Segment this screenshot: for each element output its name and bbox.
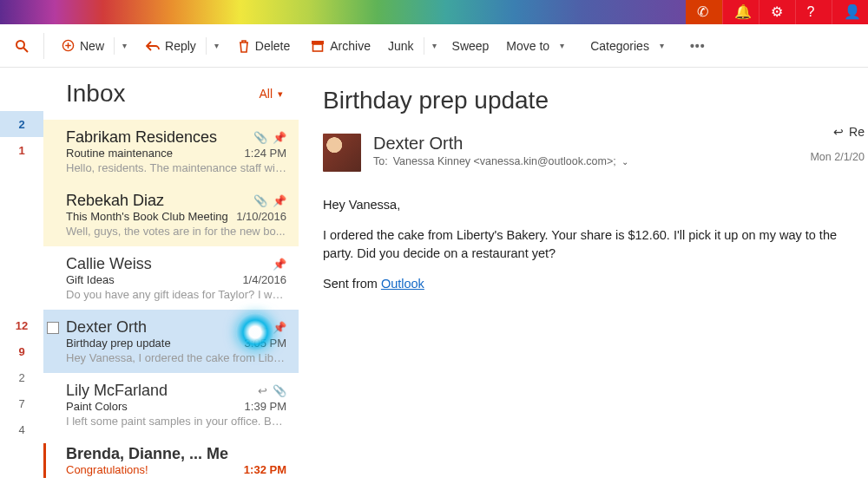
account-icon[interactable]: 👤 bbox=[832, 0, 868, 24]
message-item[interactable]: Callie Weiss 📌 Gift Ideas 1/4/2016 Do yo… bbox=[43, 246, 299, 310]
junk-button[interactable]: Junk bbox=[381, 34, 421, 58]
message-from: Dexter Orth bbox=[66, 318, 256, 337]
new-label: New bbox=[80, 39, 104, 53]
sender-avatar[interactable] bbox=[323, 134, 361, 172]
message-from: Brenda, Dianne, ... Me bbox=[66, 445, 286, 463]
new-button[interactable]: New bbox=[55, 34, 111, 58]
importance-bar bbox=[43, 443, 46, 478]
trash-icon bbox=[238, 39, 250, 53]
pin-icon[interactable]: 📌 bbox=[273, 321, 286, 334]
filter-dropdown[interactable]: All ▾ bbox=[259, 87, 283, 101]
message-subject: Gift Ideas bbox=[66, 273, 242, 286]
gutter-count[interactable]: 1 bbox=[0, 137, 43, 163]
archive-button[interactable]: Archive bbox=[304, 34, 378, 58]
message-subject: Routine maintenance bbox=[66, 147, 245, 160]
reply-shortcut[interactable]: ↩ Re bbox=[833, 125, 868, 139]
message-date: 1:39 PM bbox=[245, 400, 286, 413]
sender-name: Dexter Orth bbox=[373, 134, 868, 154]
reply-button[interactable]: Reply bbox=[139, 34, 203, 58]
message-subject: Paint Colors bbox=[66, 400, 245, 413]
message-preview: I left some paint samples in your office… bbox=[66, 415, 286, 428]
gutter-count[interactable]: 7 bbox=[0, 390, 43, 416]
chevron-down-icon: ▾ bbox=[654, 36, 669, 56]
message-date: 1/4/2016 bbox=[242, 273, 286, 286]
reply-label: Re bbox=[849, 125, 865, 139]
message-date: 1/10/2016 bbox=[236, 210, 286, 223]
chevron-down-icon: ▾ bbox=[278, 88, 283, 100]
svg-point-0 bbox=[16, 41, 24, 49]
message-date-full: Mon 2/1/20 bbox=[810, 151, 868, 163]
message-date: 3:05 PM bbox=[245, 337, 286, 350]
titlebar-icons: ✆ 🔔 ⚙ ? 👤 bbox=[686, 0, 868, 24]
message-item[interactable]: Brenda, Dianne, ... Me Congratulations! … bbox=[43, 436, 299, 484]
settings-icon[interactable]: ⚙ bbox=[759, 0, 795, 24]
search-button[interactable] bbox=[0, 39, 43, 53]
attachment-icon: 📎 bbox=[253, 131, 267, 144]
notifications-icon[interactable]: 🔔 bbox=[722, 0, 759, 24]
pin-icon[interactable]: 📌 bbox=[273, 131, 286, 144]
to-label: To: bbox=[373, 155, 388, 167]
junk-dropdown[interactable]: ▾ bbox=[427, 36, 442, 56]
pin-icon[interactable]: 📌 bbox=[273, 194, 286, 207]
junk-label: Junk bbox=[388, 39, 414, 53]
gutter-count[interactable]: 12 bbox=[0, 312, 43, 338]
gutter-count[interactable]: 2 bbox=[0, 111, 43, 137]
body-paragraph: Sent from Outlook bbox=[323, 275, 868, 293]
archive-icon bbox=[311, 40, 325, 52]
sent-from-text: Sent from bbox=[323, 277, 381, 291]
new-dropdown[interactable]: ▾ bbox=[117, 36, 132, 56]
pin-icon[interactable]: 📌 bbox=[273, 258, 286, 271]
message-date: 1:32 PM bbox=[244, 463, 286, 476]
body-paragraph: I ordered the cake from Liberty's Bakery… bbox=[323, 226, 868, 263]
message-date: 1:24 PM bbox=[245, 147, 286, 160]
reply-label: Reply bbox=[165, 39, 196, 53]
reply-arrow-icon: ↩ bbox=[833, 125, 844, 139]
flag-icon[interactable]: ▸ bbox=[261, 321, 267, 334]
skype-icon[interactable]: ✆ bbox=[686, 0, 722, 24]
moveto-button[interactable]: Move to ▾ bbox=[499, 30, 576, 61]
folder-gutter: 2 1 12 9 2 7 4 bbox=[0, 68, 43, 484]
message-subject: Birthday prep update bbox=[66, 337, 245, 350]
gutter-count[interactable]: 4 bbox=[0, 416, 43, 442]
brand-gradient bbox=[0, 0, 686, 24]
message-from: Fabrikam Residences bbox=[66, 128, 248, 147]
window-titlebar: ✆ 🔔 ⚙ ? 👤 bbox=[0, 0, 868, 24]
message-item-selected[interactable]: Dexter Orth ▸ 📌 Birthday prep update 3:0… bbox=[43, 310, 299, 373]
message-preview: Well, guys, the votes are in for the new… bbox=[66, 225, 286, 238]
command-toolbar: New ▾ Reply ▾ Delete Archive Junk ▾ Swee… bbox=[0, 24, 868, 68]
gutter-count[interactable]: 9 bbox=[0, 338, 43, 364]
attachment-icon: 📎 bbox=[273, 384, 286, 397]
outlook-link[interactable]: Outlook bbox=[381, 277, 424, 291]
message-item[interactable]: Lily McFarland ↩ 📎 Paint Colors 1:39 PM … bbox=[43, 373, 299, 436]
message-preview: Hey Vanessa, I ordered the cake from Lib… bbox=[66, 351, 286, 364]
message-title: Birthday prep update bbox=[323, 87, 868, 114]
message-from: Callie Weiss bbox=[66, 255, 267, 273]
message-preview: Do you have any gift ideas for Taylor? I… bbox=[66, 288, 286, 301]
sweep-button[interactable]: Sweep bbox=[445, 34, 496, 58]
help-icon[interactable]: ? bbox=[795, 0, 832, 24]
ellipsis-icon: ••• bbox=[690, 39, 706, 53]
folder-title: Inbox bbox=[66, 80, 126, 108]
message-subject: Congratulations! bbox=[66, 463, 244, 476]
reading-pane: Birthday prep update ↩ Re Mon 2/1/20 Dex… bbox=[299, 68, 868, 484]
message-item[interactable]: Fabrikam Residences 📎 📌 Routine maintena… bbox=[43, 120, 299, 183]
more-actions-button[interactable]: ••• bbox=[683, 34, 713, 58]
filter-label: All bbox=[259, 87, 273, 101]
svg-rect-6 bbox=[313, 44, 323, 51]
message-from: Rebekah Diaz bbox=[66, 192, 248, 210]
moveto-label: Move to bbox=[506, 39, 549, 53]
recipients: Vanessa Kinney <vanessa.kin@outlook.com>… bbox=[393, 155, 616, 167]
expand-recipients-icon[interactable]: ⌄ bbox=[621, 157, 628, 167]
sweep-label: Sweep bbox=[452, 39, 490, 53]
message-subject: This Month's Book Club Meeting bbox=[66, 210, 236, 223]
toolbar-separator bbox=[43, 33, 44, 59]
message-item[interactable]: Rebekah Diaz 📎 📌 This Month's Book Club … bbox=[43, 183, 299, 246]
delete-button[interactable]: Delete bbox=[231, 34, 297, 58]
gutter-count[interactable]: 2 bbox=[0, 364, 43, 390]
message-list-pane: Inbox All ▾ Fabrikam Residences 📎 📌 Rout… bbox=[43, 68, 299, 484]
message-list[interactable]: Fabrikam Residences 📎 📌 Routine maintena… bbox=[43, 120, 299, 484]
reply-arrow-icon bbox=[146, 40, 160, 52]
body-paragraph: Hey Vanessa, bbox=[323, 196, 868, 214]
reply-dropdown[interactable]: ▾ bbox=[209, 36, 224, 56]
categories-button[interactable]: Categories ▾ bbox=[583, 30, 676, 61]
